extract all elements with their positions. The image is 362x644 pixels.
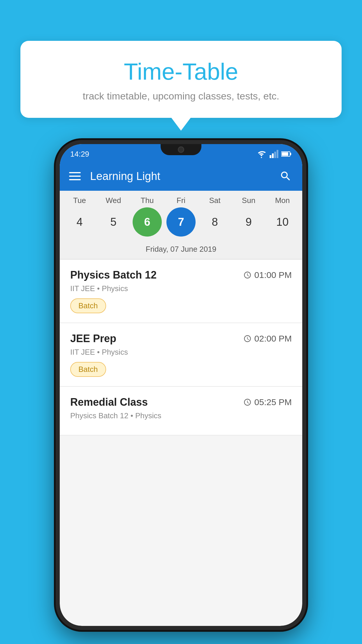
tooltip-title: Time-Table (35, 58, 327, 85)
day-10[interactable]: 10 (268, 207, 297, 237)
app-title: Learning Light (90, 170, 269, 183)
day-6-today[interactable]: 6 (133, 207, 162, 237)
svg-rect-2 (272, 153, 274, 158)
day-header-mon: Mon (268, 196, 297, 205)
schedule-item-3[interactable]: Remedial Class 05:25 PM Physics Batch 12… (60, 387, 302, 435)
hamburger-menu-button[interactable] (69, 172, 81, 180)
schedule-time-text-3: 05:25 PM (254, 397, 292, 407)
schedule-time-2: 02:00 PM (243, 334, 292, 344)
schedule-item-1-header: Physics Batch 12 01:00 PM (70, 269, 292, 281)
volume-down-button[interactable] (56, 281, 57, 304)
volume-up-button[interactable] (56, 249, 57, 272)
phone-screen: 14:29 (60, 144, 302, 626)
schedule-meta-2: IIT JEE • Physics (70, 348, 292, 357)
clock-icon-1 (243, 271, 252, 279)
schedule-item-2-header: JEE Prep 02:00 PM (70, 332, 292, 345)
tooltip-card: Time-Table track timetable, upcoming cla… (20, 41, 342, 118)
day-header-sun: Sun (234, 196, 263, 205)
svg-point-0 (261, 157, 262, 158)
day-4[interactable]: 4 (65, 207, 94, 237)
schedule-meta-3: Physics Batch 12 • Physics (70, 411, 292, 420)
front-camera (178, 146, 184, 153)
schedule-list: Physics Batch 12 01:00 PM IIT JEE • Phys… (60, 260, 302, 435)
svg-rect-4 (277, 150, 278, 158)
clock-icon-3 (243, 398, 252, 406)
day-header-thu: Thu (133, 196, 162, 205)
day-header-wed: Wed (99, 196, 128, 205)
wifi-icon (256, 150, 267, 158)
day-header-tue: Tue (65, 196, 94, 205)
signal-icon (270, 150, 278, 158)
day-8[interactable]: 8 (200, 207, 229, 237)
day-9[interactable]: 9 (234, 207, 263, 237)
schedule-time-text-2: 02:00 PM (254, 334, 292, 344)
schedule-time-text-1: 01:00 PM (254, 270, 292, 280)
schedule-name-3: Remedial Class (70, 396, 148, 408)
status-time: 14:29 (70, 150, 89, 159)
schedule-item-3-header: Remedial Class 05:25 PM (70, 396, 292, 408)
svg-rect-3 (274, 152, 276, 158)
schedule-name-2: JEE Prep (70, 332, 116, 345)
day-numbers: 4 5 6 7 8 9 10 (60, 207, 302, 242)
phone-container: 14:29 (56, 140, 306, 630)
schedule-time-1: 01:00 PM (243, 270, 292, 280)
schedule-item-1[interactable]: Physics Batch 12 01:00 PM IIT JEE • Phys… (60, 260, 302, 323)
schedule-time-3: 05:25 PM (243, 397, 292, 407)
day-headers: Tue Wed Thu Fri Sat Sun Mon (60, 196, 302, 207)
phone-frame: 14:29 (56, 140, 306, 630)
schedule-meta-1: IIT JEE • Physics (70, 284, 292, 293)
search-icon (280, 170, 292, 182)
schedule-name-1: Physics Batch 12 (70, 269, 157, 281)
app-bar: Learning Light (60, 162, 302, 191)
svg-rect-6 (290, 153, 291, 155)
svg-rect-1 (270, 155, 271, 158)
schedule-item-2[interactable]: JEE Prep 02:00 PM IIT JEE • Physics Batc… (60, 323, 302, 387)
phone-notch (161, 144, 201, 155)
day-5[interactable]: 5 (99, 207, 128, 237)
day-header-sat: Sat (200, 196, 229, 205)
batch-badge-1: Batch (70, 298, 106, 313)
tooltip-subtitle: track timetable, upcoming classes, tests… (35, 90, 327, 102)
day-header-fri: Fri (166, 196, 196, 205)
selected-date-label: Friday, 07 June 2019 (60, 242, 302, 260)
calendar-week: Tue Wed Thu Fri Sat Sun Mon 4 5 6 7 8 9 … (60, 191, 302, 260)
batch-badge-2: Batch (70, 362, 106, 377)
battery-icon (281, 151, 292, 157)
power-button[interactable] (305, 267, 306, 302)
clock-icon-2 (243, 335, 252, 343)
search-button[interactable] (278, 169, 293, 183)
day-7-selected[interactable]: 7 (166, 207, 196, 237)
status-icons (256, 150, 292, 158)
svg-rect-7 (282, 152, 288, 156)
